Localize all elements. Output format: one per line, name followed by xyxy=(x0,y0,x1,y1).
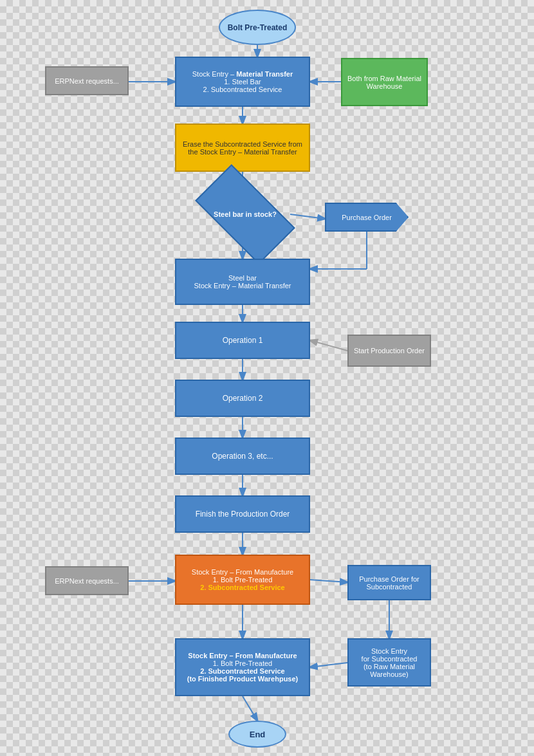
stock-entry-line3: 2. Subcontracted Service xyxy=(192,86,293,93)
erase-subcontracted-content: Erase the Subcontracted Service from the… xyxy=(176,137,309,159)
steel-bar-stock-entry-node: Steel bar Stock Entry – Material Transfe… xyxy=(175,259,310,305)
erpnext-requests-1-label: ERPNext requests... xyxy=(55,77,119,85)
both-from-raw-node: Both from Raw Material Warehouse xyxy=(341,58,428,106)
operation-1-label: Operation 1 xyxy=(223,336,263,345)
purchase-order-1-node: Purchase Order xyxy=(325,203,409,232)
erpnext-requests-2-label: ERPNext requests... xyxy=(55,577,119,585)
erase-subcontracted-node: Erase the Subcontracted Service from the… xyxy=(175,124,310,172)
purchase-order-1-label: Purchase Order xyxy=(342,214,392,221)
steel-bar-line1: Steel bar xyxy=(194,274,291,282)
se-sub-line1: Stock Entry xyxy=(352,647,427,655)
stock-entry-manufacture-2-content: Stock Entry – From Manufacture 1. Bolt P… xyxy=(184,649,302,686)
operation-3-node: Operation 3, etc... xyxy=(175,438,310,475)
svg-line-10 xyxy=(310,340,347,351)
erase-subcontracted-label: Erase the Subcontracted Service from the… xyxy=(183,140,302,156)
steel-bar-line2: Stock Entry – Material Transfer xyxy=(194,282,291,290)
se-sub-line3: (to Raw Material Warehouse) xyxy=(352,663,427,678)
operation-1-node: Operation 1 xyxy=(175,322,310,359)
se-mfg2-line1: Stock Entry – From Manufacture xyxy=(187,652,299,659)
start-production-order-node: Start Production Order xyxy=(347,335,431,367)
se-mfg1-line2: 1. Bolt Pre-Treated xyxy=(192,576,293,584)
se-mfg2-line2: 1. Bolt Pre-Treated xyxy=(187,659,299,667)
se-mfg1-line1: Stock Entry – From Manufacture xyxy=(192,568,293,576)
diagram-container: Bolt Pre-Treated ERPNext requests... Sto… xyxy=(0,0,534,756)
start-production-order-label: Start Production Order xyxy=(354,347,425,355)
finish-production-label: Finish the Production Order xyxy=(196,510,290,519)
purchase-order-subcontracted-node: Purchase Order for Subcontracted xyxy=(347,565,431,600)
stock-entry-manufacture-2-node: Stock Entry – From Manufacture 1. Bolt P… xyxy=(175,638,310,696)
operation-3-label: Operation 3, etc... xyxy=(212,452,273,461)
operation-2-node: Operation 2 xyxy=(175,380,310,417)
both-from-raw-label: Both from Raw Material Warehouse xyxy=(342,75,427,90)
stock-entry-line2: 1. Steel Bar xyxy=(192,78,293,86)
stock-entry-material-transfer-node: Stock Entry – Material Transfer 1. Steel… xyxy=(175,57,310,107)
purchase-order-subcontracted-label: Purchase Order for Subcontracted xyxy=(349,575,430,591)
se-sub-line2: for Subcontracted xyxy=(352,655,427,663)
end-node: End xyxy=(228,721,286,748)
se-mfg1-line3: 2. Subcontracted Service xyxy=(192,584,293,591)
stock-entry-subcontracted-content: Stock Entry for Subcontracted (to Raw Ma… xyxy=(349,644,430,681)
erpnext-requests-1-node: ERPNext requests... xyxy=(45,66,129,95)
stock-entry-manufacture-1-content: Stock Entry – From Manufacture 1. Bolt P… xyxy=(189,565,297,595)
svg-line-18 xyxy=(310,663,347,667)
se-mfg2-line3: 2. Subcontracted Service xyxy=(187,667,299,675)
end-label: End xyxy=(250,730,266,739)
erpnext-requests-2-node: ERPNext requests... xyxy=(45,566,129,595)
svg-line-5 xyxy=(290,214,325,219)
bolt-pretreated-label: Bolt Pre-Treated xyxy=(228,23,288,32)
finish-production-node: Finish the Production Order xyxy=(175,495,310,533)
svg-line-20 xyxy=(243,696,257,721)
steel-bar-diamond-label: Steel bar in stock? xyxy=(210,207,280,221)
steel-bar-stock-entry-content: Steel bar Stock Entry – Material Transfe… xyxy=(191,271,295,293)
stock-entry-manufacture-1-node: Stock Entry – From Manufacture 1. Bolt P… xyxy=(175,555,310,605)
stock-entry-line1: Stock Entry – Material Transfer xyxy=(192,70,293,78)
operation-2-label: Operation 2 xyxy=(223,394,263,403)
stock-entry-material-transfer-content: Stock Entry – Material Transfer 1. Steel… xyxy=(189,67,297,97)
stock-entry-subcontracted-node: Stock Entry for Subcontracted (to Raw Ma… xyxy=(347,638,431,687)
se-mfg2-line4: (to Finished Product Warehpuse) xyxy=(187,675,299,683)
steel-bar-diamond-node: Steel bar in stock? xyxy=(200,189,290,240)
bolt-pretreated-start-node: Bolt Pre-Treated xyxy=(219,10,296,45)
svg-line-16 xyxy=(310,580,347,582)
